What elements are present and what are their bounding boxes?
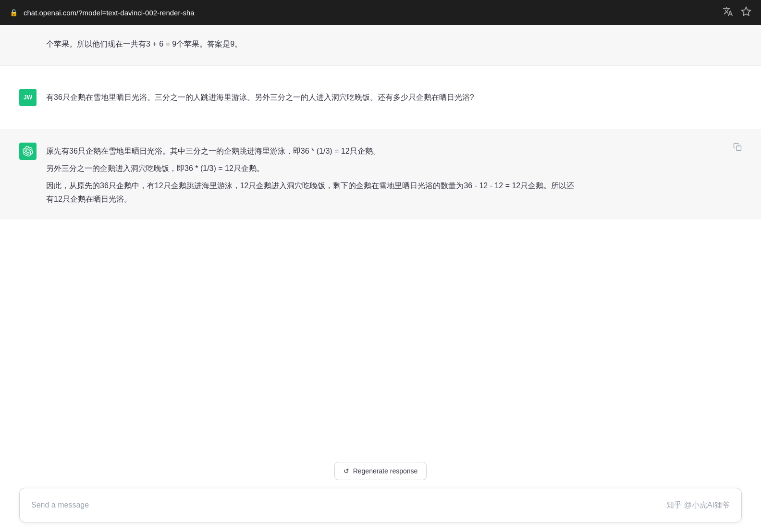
message-input-box[interactable]: Send a message 知乎 @小虎AI狸爷 — [19, 488, 742, 522]
lock-icon: 🔒 — [10, 9, 18, 16]
bottom-area: ↺ Regenerate response — [0, 454, 761, 488]
messages-area: 个苹果。所以他们现在一共有3 + 6 = 9个苹果。答案是9。 JW 有36只企… — [0, 25, 761, 454]
user-avatar: JW — [19, 89, 37, 106]
translate-button[interactable] — [723, 6, 733, 19]
partial-message: 个苹果。所以他们现在一共有3 + 6 = 9个苹果。答案是9。 — [0, 25, 761, 66]
chat-container: 个苹果。所以他们现在一共有3 + 6 = 9个苹果。答案是9。 JW 有36只企… — [0, 25, 761, 532]
regenerate-row: ↺ Regenerate response — [19, 462, 742, 480]
copy-button[interactable] — [733, 143, 742, 153]
partial-message-text: 个苹果。所以他们现在一共有3 + 6 = 9个苹果。答案是9。 — [46, 36, 242, 50]
regenerate-label: Regenerate response — [353, 467, 418, 475]
bookmark-button[interactable] — [741, 6, 751, 19]
regenerate-icon: ↺ — [344, 467, 349, 475]
watermark-text: 知乎 @小虎AI狸爷 — [666, 500, 730, 510]
browser-bar: 🔒 chat.openai.com/?model=text-davinci-00… — [0, 0, 761, 25]
browser-icons — [723, 6, 751, 19]
regenerate-button[interactable]: ↺ Regenerate response — [334, 462, 427, 480]
user-message: JW 有36只企鹅在雪地里晒日光浴。三分之一的人跳进海里游泳。另外三分之一的人进… — [0, 75, 761, 120]
assistant-message-text: 原先有36只企鹅在雪地里晒日光浴。其中三分之一的企鹅跳进海里游泳，即36 * (… — [46, 143, 575, 206]
input-area: Send a message 知乎 @小虎AI狸爷 — [0, 488, 761, 532]
svg-rect-1 — [736, 146, 741, 151]
user-message-text: 有36只企鹅在雪地里晒日光浴。三分之一的人跳进海里游泳。另外三分之一的人进入洞穴… — [46, 89, 474, 104]
svg-marker-0 — [742, 7, 750, 15]
assistant-avatar — [19, 143, 37, 160]
url-bar[interactable]: chat.openai.com/?model=text-davinci-002-… — [24, 9, 195, 17]
assistant-message: 原先有36只企鹅在雪地里晒日光浴。其中三分之一的企鹅跳进海里游泳，即36 * (… — [0, 129, 761, 219]
input-placeholder: Send a message — [31, 501, 89, 509]
